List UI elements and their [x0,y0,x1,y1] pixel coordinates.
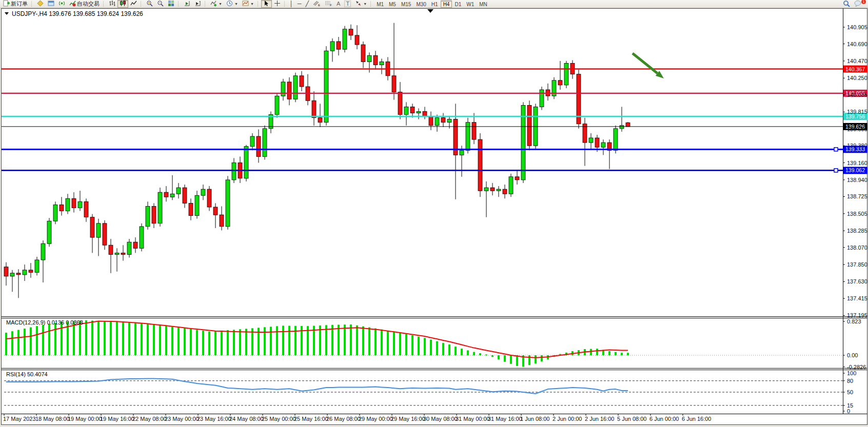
candle-bearish [164,192,168,197]
chart-shift-button[interactable] [192,0,203,8]
line-chart-button[interactable] [128,0,139,8]
fibonacci-icon: F [325,0,332,8]
candle-bullish [589,138,593,143]
autotrade-button[interactable]: 自动交易 [67,0,102,8]
candle-bearish [527,105,531,146]
text-button[interactable]: A [334,0,342,8]
macd-histogram-bar [147,324,149,355]
rsi-label: RSI(14) 50.4074 [6,371,48,377]
macd-label: MACD(12,26,9) 0.0136 0.0368 [6,319,83,326]
market-watch-icon [48,0,54,8]
svg-text:E: E [318,4,320,7]
candle-bullish [170,194,174,197]
timeframe-d1[interactable]: D1 [452,1,464,8]
signals-button[interactable] [56,0,67,8]
macd-histogram-bar [541,355,543,361]
macd-histogram-bar [11,331,13,355]
fibonacci-button[interactable]: F [323,0,334,8]
bar-chart-icon [109,0,115,8]
zoom-in-icon [146,0,153,8]
timeframe-h4[interactable]: H4 [441,1,452,8]
macd-histogram-bar [344,324,346,355]
timeframe-w1[interactable]: W1 [464,1,477,8]
arrows-dropdown-caret: ▼ [363,2,367,6]
candle-bullish [201,189,205,195]
tile-windows-button[interactable] [166,0,176,8]
candle-bullish [564,64,568,85]
equidistant-channel-button[interactable]: E [311,0,323,8]
horizontal-line-icon: ─ [298,1,302,7]
macd-histogram-bar [516,355,518,366]
periods-clock-icon [226,0,233,8]
line-chart-icon [130,0,137,8]
timeframe-m15[interactable]: M15 [399,1,413,8]
templates-icon [242,0,249,8]
new-order-label: 新订单 [11,0,28,8]
hline-handle[interactable] [834,169,838,172]
candle-bearish [392,76,396,92]
macd-histogram-bar [436,341,438,355]
macd-histogram-bar [42,325,44,355]
toolbar-separator [370,1,372,7]
macd-histogram-bar [590,349,592,355]
trendline-button[interactable]: ╱ [303,0,311,8]
chat-button[interactable]: 1 [852,0,864,8]
candle-bullish [497,189,501,191]
candle-bullish [380,62,384,65]
toolbar-separator [141,1,143,7]
price-axis[interactable] [843,8,868,414]
macd-histogram-bar [504,355,506,362]
zoom-in-button[interactable] [144,0,155,8]
autotrade-label: 自动交易 [77,0,100,8]
auto-scroll-button[interactable] [182,0,192,8]
new-order-button[interactable]: 新订单 [1,0,30,8]
candle-bullish [47,221,51,243]
macd-histogram-bar [227,330,229,355]
candle-bullish [367,55,371,62]
hline-handle[interactable] [834,148,838,151]
macd-histogram-bar [479,353,481,355]
macd-histogram-bar [73,321,75,355]
search-button[interactable] [841,0,852,8]
candle-bearish [441,118,445,123]
zoom-out-button[interactable] [155,0,166,8]
timeframe-m5[interactable]: M5 [386,1,399,8]
timeframe-h1[interactable]: H1 [429,1,441,8]
arrows-button[interactable]: ▼ [353,0,369,8]
indicators-icon [210,0,217,8]
candle-bullish [10,273,14,276]
time-axis[interactable] [2,414,843,424]
bar-chart-button[interactable] [107,0,117,8]
macd-histogram-bar [79,321,81,355]
candle-bearish [472,123,476,139]
macd-histogram-bar [221,331,223,355]
auto-scroll-icon [184,0,190,8]
candle-bearish [133,242,137,248]
timeframe-m1[interactable]: M1 [374,1,386,8]
periods-button[interactable]: ▼ [224,0,240,8]
candle-bearish [490,188,495,191]
text-label-button[interactable]: T [342,0,353,8]
indicators-button[interactable]: ▼ [208,0,224,8]
timeframe-m30[interactable]: M30 [413,1,428,8]
timeframe-mn[interactable]: MN [477,1,490,8]
candlestick-chart-button[interactable] [117,0,128,8]
macd-histogram-bar [362,327,364,355]
candle-bearish [121,253,125,254]
macd-histogram-bar [288,326,290,356]
candle-bearish [361,45,365,62]
macd-histogram-bar [294,326,297,355]
candle-bearish [300,76,304,87]
macd-histogram-bar [159,326,161,356]
candle-bullish [460,150,464,155]
market-watch-button[interactable] [46,0,56,8]
templates-button[interactable]: ▼ [240,0,256,8]
vertical-line-button[interactable]: │ [288,0,295,8]
cursor-button[interactable] [261,0,272,8]
macd-histogram-bar [202,331,204,355]
macd-histogram-bar [30,328,32,356]
crosshair-button[interactable] [272,0,283,8]
macd-histogram-bar [608,351,610,355]
horizontal-line-button[interactable]: ─ [295,0,304,8]
navigator-button[interactable] [35,0,46,8]
